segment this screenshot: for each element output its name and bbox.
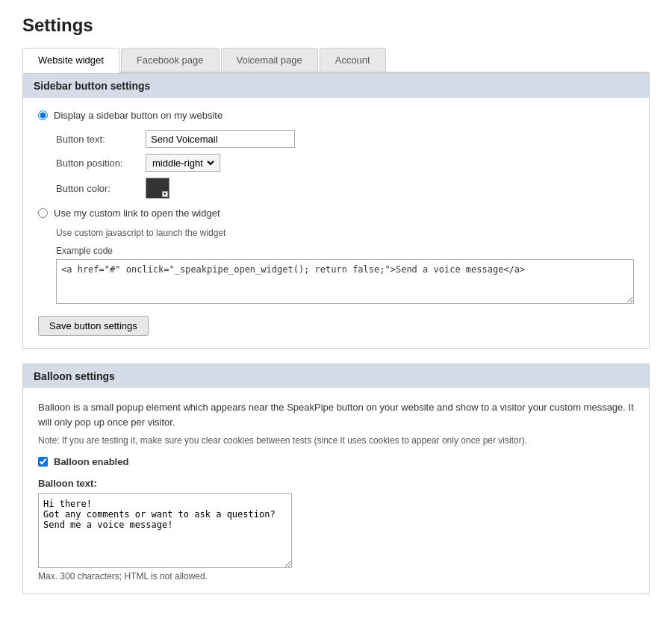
- sidebar-section-header: Sidebar button settings: [23, 74, 649, 98]
- display-sidebar-radio[interactable]: [38, 110, 48, 120]
- button-position-label: Button position:: [56, 158, 146, 169]
- sidebar-settings-section: Sidebar button settings Display a sideba…: [22, 73, 650, 349]
- sidebar-section-body: Display a sidebar button on my website B…: [23, 98, 649, 348]
- balloon-section-header: Balloon settings: [23, 364, 649, 388]
- tab-bar: Website widget Facebook page Voicemail p…: [22, 48, 650, 73]
- balloon-description: Balloon is a small popup element which a…: [38, 400, 634, 429]
- tab-account[interactable]: Account: [320, 48, 386, 72]
- custom-link-radio[interactable]: [38, 208, 48, 218]
- balloon-enabled-checkbox[interactable]: [38, 457, 48, 467]
- button-color-row: Button color: ▾: [56, 178, 634, 199]
- balloon-enabled-row: Balloon enabled: [38, 456, 634, 467]
- balloon-maxchars-note: Max. 300 characters; HTML is not allowed…: [38, 571, 634, 582]
- tab-voicemail-page[interactable]: Voicemail page: [221, 48, 318, 72]
- save-button-settings-button[interactable]: Save button settings: [38, 316, 149, 336]
- balloon-enabled-label[interactable]: Balloon enabled: [54, 456, 128, 467]
- button-text-input[interactable]: [146, 130, 295, 148]
- display-sidebar-label[interactable]: Display a sidebar button on my website: [54, 110, 223, 121]
- page-title: Settings: [22, 15, 650, 36]
- button-position-select[interactable]: top-left middle-left bottom-left top-rig…: [149, 157, 217, 169]
- custom-link-desc: Use custom javascript to launch the widg…: [56, 228, 634, 238]
- custom-link-radio-row: Use my custom link to open the widget: [38, 208, 634, 219]
- tab-facebook-page[interactable]: Facebook page: [121, 48, 220, 72]
- example-code-textarea[interactable]: [56, 259, 634, 304]
- button-position-select-wrapper: top-left middle-left bottom-left top-rig…: [146, 154, 220, 172]
- color-swatch-arrow-icon: ▾: [162, 191, 168, 197]
- button-color-label: Button color:: [56, 183, 146, 194]
- balloon-text-textarea[interactable]: [38, 493, 292, 568]
- custom-link-label[interactable]: Use my custom link to open the widget: [54, 208, 220, 219]
- example-code-label: Example code: [56, 246, 634, 256]
- tab-website-widget[interactable]: Website widget: [22, 48, 119, 73]
- button-position-row: Button position: top-left middle-left bo…: [56, 154, 634, 172]
- button-text-label: Button text:: [56, 134, 146, 145]
- button-text-row: Button text:: [56, 130, 634, 148]
- button-color-swatch[interactable]: ▾: [146, 178, 169, 199]
- balloon-settings-section: Balloon settings Balloon is a small popu…: [22, 364, 650, 594]
- balloon-text-label: Balloon text:: [38, 478, 634, 489]
- balloon-section-body: Balloon is a small popup element which a…: [23, 388, 649, 593]
- display-sidebar-radio-row: Display a sidebar button on my website: [38, 110, 634, 121]
- balloon-note: Note: If you are testing it, make sure y…: [38, 435, 634, 446]
